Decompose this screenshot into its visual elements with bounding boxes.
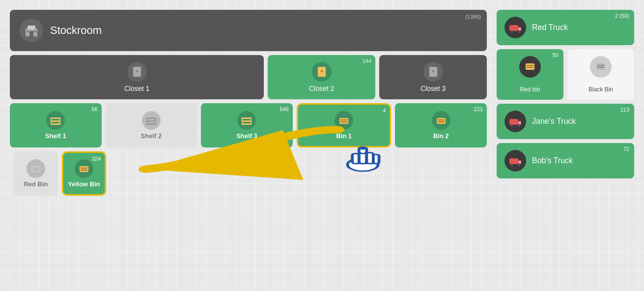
shelf3-count: 646: [280, 106, 288, 112]
svg-rect-66: [519, 122, 521, 124]
bobs-truck-label: Bob's Truck: [532, 156, 573, 165]
svg-point-70: [511, 165, 513, 166]
closet2-card[interactable]: 144 Closet 2: [268, 55, 375, 99]
bin2-card[interactable]: 221 Bin 2: [395, 103, 487, 147]
shelves-bins-row: 56 Shelf 1: [10, 103, 487, 147]
janes-truck-card[interactable]: 113 Jane's Truck: [497, 104, 634, 139]
svg-rect-4: [34, 30, 36, 32]
sidebar: 2 (50) Red Truck 50: [497, 10, 634, 281]
shelf1-label: Shelf 1: [45, 132, 66, 140]
shelf1-card[interactable]: 56 Shelf 1: [10, 103, 102, 147]
closet1-icon: [127, 62, 147, 82]
svg-rect-31: [438, 121, 445, 122]
red-bin-side-icon: [519, 56, 541, 78]
closet2-count: 144: [363, 58, 371, 64]
svg-rect-25: [251, 117, 252, 125]
bobs-truck-icon: [504, 150, 526, 172]
svg-rect-12: [51, 120, 60, 122]
bin2-label: Bin 2: [433, 132, 449, 140]
svg-rect-19: [146, 117, 147, 125]
dual-bin-card: 50 Red bin Black Bin: [497, 49, 634, 100]
bobs-truck-card[interactable]: 72 Bob's Truck: [497, 143, 634, 178]
svg-point-46: [360, 147, 366, 150]
black-bin-side-label: Black Bin: [588, 86, 613, 93]
shelf2-icon: [142, 111, 161, 130]
svg-rect-56: [527, 67, 533, 68]
svg-rect-60: [509, 119, 518, 125]
shelf2-label: Shelf 2: [141, 132, 162, 140]
bin1-card[interactable]: 4 Bin 1: [297, 103, 392, 147]
svg-rect-10: [432, 70, 434, 72]
black-bin-side-card[interactable]: Black Bin: [567, 49, 634, 100]
red-bin-side-card[interactable]: 50 Red bin: [497, 49, 563, 100]
svg-rect-55: [527, 65, 533, 66]
black-bin-side-icon: [590, 56, 612, 78]
svg-rect-67: [509, 158, 518, 164]
closets-row: Closet 1 144 Closet 2 Closet 3: [10, 55, 487, 99]
janes-truck-label: Jane's Truck: [532, 117, 576, 126]
svg-point-65: [519, 125, 520, 127]
svg-rect-53: [519, 28, 521, 30]
red-truck-card[interactable]: 2 (50) Red Truck: [497, 10, 634, 45]
svg-rect-2: [29, 31, 33, 36]
svg-rect-6: [136, 70, 138, 72]
closet3-card[interactable]: Closet 3: [379, 55, 487, 99]
svg-rect-16: [146, 117, 156, 119]
bobs-truck-count: 72: [623, 146, 629, 152]
svg-rect-21: [242, 117, 252, 119]
bin1-count: 4: [383, 108, 386, 114]
red-truck-icon: [504, 17, 526, 38]
svg-rect-23: [242, 123, 252, 125]
closet3-icon: [423, 62, 443, 82]
svg-rect-37: [81, 170, 87, 171]
yellowbin-icon: [75, 159, 93, 178]
svg-rect-73: [519, 161, 521, 163]
stockroom-title: Stockroom: [50, 24, 102, 37]
svg-rect-35: [80, 166, 88, 172]
svg-rect-30: [438, 119, 445, 120]
redbin-label: Red Bin: [24, 180, 48, 188]
svg-point-72: [519, 165, 520, 166]
stockroom-count: (1395): [465, 14, 481, 20]
svg-rect-28: [340, 121, 347, 122]
svg-rect-8: [321, 70, 323, 72]
svg-point-52: [519, 31, 520, 33]
yellowbin-count: 324: [92, 156, 101, 162]
yellowbin-card[interactable]: 324 Yellow Bin: [62, 151, 106, 196]
bin1-icon: [335, 111, 353, 130]
svg-rect-1: [28, 26, 35, 29]
svg-rect-17: [146, 120, 156, 122]
svg-rect-18: [146, 123, 156, 125]
closet3-label: Closet 3: [420, 85, 446, 92]
janes-truck-count: 113: [620, 107, 629, 113]
janes-truck-icon: [504, 111, 526, 132]
svg-rect-15: [59, 117, 60, 125]
red-truck-count: 2 (50): [615, 13, 629, 19]
svg-rect-29: [437, 118, 446, 124]
svg-rect-22: [242, 120, 252, 122]
bin2-icon: [432, 111, 450, 130]
closet1-card[interactable]: Closet 1: [10, 55, 264, 99]
stockroom-icon: [20, 19, 43, 42]
shelf3-card[interactable]: 646 Shelf 3: [201, 103, 293, 147]
shelf1-icon: [46, 111, 65, 130]
redbin-card[interactable]: Red Bin: [14, 151, 58, 196]
svg-rect-34: [32, 170, 39, 171]
svg-rect-36: [81, 168, 87, 169]
svg-rect-24: [242, 117, 243, 125]
svg-rect-27: [340, 119, 347, 120]
red-bin-side-label: Red bin: [520, 86, 540, 93]
yellowbin-label: Yellow Bin: [68, 180, 100, 188]
shelf3-icon: [237, 111, 256, 130]
shelf2-card[interactable]: Shelf 2: [106, 103, 197, 147]
svg-rect-11: [51, 117, 60, 119]
red-truck-label: Red Truck: [532, 23, 568, 32]
items-section: 56 Shelf 1: [10, 103, 487, 196]
svg-rect-32: [31, 166, 40, 172]
closet2-icon: [312, 62, 332, 82]
svg-point-50: [511, 31, 513, 33]
svg-rect-26: [339, 118, 348, 124]
stockroom-header[interactable]: (1395) Stockroom: [10, 10, 487, 51]
svg-rect-59: [597, 67, 604, 68]
svg-rect-14: [51, 117, 52, 125]
